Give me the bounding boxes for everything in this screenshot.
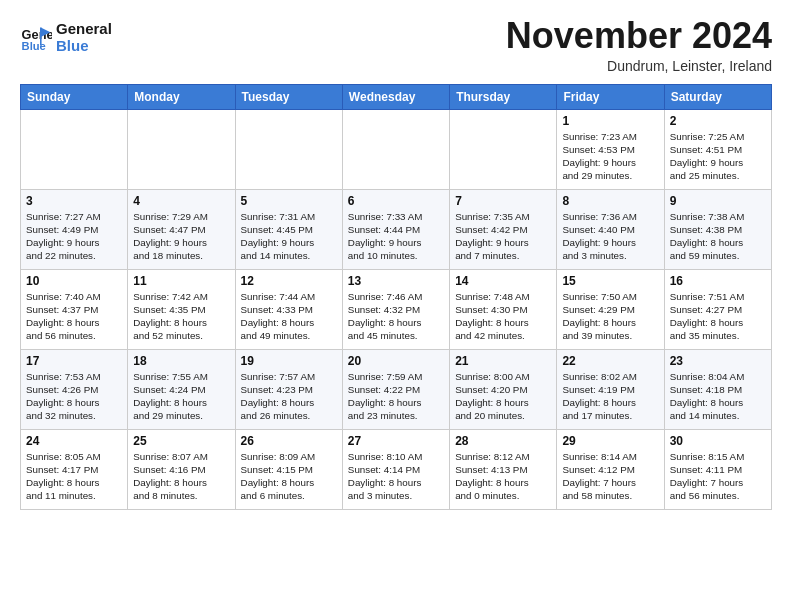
calendar-cell: 10Sunrise: 7:40 AM Sunset: 4:37 PM Dayli…	[21, 269, 128, 349]
day-info: Sunrise: 7:38 AM Sunset: 4:38 PM Dayligh…	[670, 210, 766, 263]
title-area: November 2024 Dundrum, Leinster, Ireland	[506, 16, 772, 74]
day-info: Sunrise: 7:36 AM Sunset: 4:40 PM Dayligh…	[562, 210, 658, 263]
day-number: 11	[133, 274, 229, 288]
calendar-cell	[128, 109, 235, 189]
day-number: 19	[241, 354, 337, 368]
day-info: Sunrise: 8:02 AM Sunset: 4:19 PM Dayligh…	[562, 370, 658, 423]
calendar-cell: 18Sunrise: 7:55 AM Sunset: 4:24 PM Dayli…	[128, 349, 235, 429]
weekday-header-saturday: Saturday	[664, 84, 771, 109]
calendar-cell: 30Sunrise: 8:15 AM Sunset: 4:11 PM Dayli…	[664, 429, 771, 509]
calendar-cell: 20Sunrise: 7:59 AM Sunset: 4:22 PM Dayli…	[342, 349, 449, 429]
day-info: Sunrise: 7:31 AM Sunset: 4:45 PM Dayligh…	[241, 210, 337, 263]
day-info: Sunrise: 7:55 AM Sunset: 4:24 PM Dayligh…	[133, 370, 229, 423]
day-info: Sunrise: 8:14 AM Sunset: 4:12 PM Dayligh…	[562, 450, 658, 503]
day-number: 3	[26, 194, 122, 208]
location: Dundrum, Leinster, Ireland	[506, 58, 772, 74]
calendar-cell	[342, 109, 449, 189]
day-number: 4	[133, 194, 229, 208]
calendar-cell: 23Sunrise: 8:04 AM Sunset: 4:18 PM Dayli…	[664, 349, 771, 429]
calendar-week-5: 24Sunrise: 8:05 AM Sunset: 4:17 PM Dayli…	[21, 429, 772, 509]
weekday-header-monday: Monday	[128, 84, 235, 109]
calendar-cell: 26Sunrise: 8:09 AM Sunset: 4:15 PM Dayli…	[235, 429, 342, 509]
calendar-cell: 13Sunrise: 7:46 AM Sunset: 4:32 PM Dayli…	[342, 269, 449, 349]
day-info: Sunrise: 8:12 AM Sunset: 4:13 PM Dayligh…	[455, 450, 551, 503]
day-info: Sunrise: 8:07 AM Sunset: 4:16 PM Dayligh…	[133, 450, 229, 503]
calendar-week-2: 3Sunrise: 7:27 AM Sunset: 4:49 PM Daylig…	[21, 189, 772, 269]
day-number: 9	[670, 194, 766, 208]
day-info: Sunrise: 8:09 AM Sunset: 4:15 PM Dayligh…	[241, 450, 337, 503]
day-info: Sunrise: 7:44 AM Sunset: 4:33 PM Dayligh…	[241, 290, 337, 343]
weekday-header-thursday: Thursday	[450, 84, 557, 109]
calendar-cell: 28Sunrise: 8:12 AM Sunset: 4:13 PM Dayli…	[450, 429, 557, 509]
logo-general: General	[56, 20, 112, 37]
day-info: Sunrise: 8:05 AM Sunset: 4:17 PM Dayligh…	[26, 450, 122, 503]
day-number: 13	[348, 274, 444, 288]
weekday-header-tuesday: Tuesday	[235, 84, 342, 109]
calendar-cell: 19Sunrise: 7:57 AM Sunset: 4:23 PM Dayli…	[235, 349, 342, 429]
day-number: 14	[455, 274, 551, 288]
calendar-cell	[450, 109, 557, 189]
calendar-cell: 16Sunrise: 7:51 AM Sunset: 4:27 PM Dayli…	[664, 269, 771, 349]
calendar-cell	[235, 109, 342, 189]
day-number: 23	[670, 354, 766, 368]
day-number: 2	[670, 114, 766, 128]
calendar-cell: 3Sunrise: 7:27 AM Sunset: 4:49 PM Daylig…	[21, 189, 128, 269]
day-info: Sunrise: 8:15 AM Sunset: 4:11 PM Dayligh…	[670, 450, 766, 503]
day-info: Sunrise: 7:40 AM Sunset: 4:37 PM Dayligh…	[26, 290, 122, 343]
day-info: Sunrise: 7:59 AM Sunset: 4:22 PM Dayligh…	[348, 370, 444, 423]
day-number: 16	[670, 274, 766, 288]
logo-blue: Blue	[56, 37, 89, 54]
calendar-cell: 7Sunrise: 7:35 AM Sunset: 4:42 PM Daylig…	[450, 189, 557, 269]
day-number: 15	[562, 274, 658, 288]
calendar-cell	[21, 109, 128, 189]
svg-text:Blue: Blue	[22, 40, 46, 52]
weekday-header-friday: Friday	[557, 84, 664, 109]
day-number: 24	[26, 434, 122, 448]
calendar-cell: 8Sunrise: 7:36 AM Sunset: 4:40 PM Daylig…	[557, 189, 664, 269]
day-info: Sunrise: 7:42 AM Sunset: 4:35 PM Dayligh…	[133, 290, 229, 343]
day-number: 6	[348, 194, 444, 208]
calendar-cell: 5Sunrise: 7:31 AM Sunset: 4:45 PM Daylig…	[235, 189, 342, 269]
calendar-cell: 1Sunrise: 7:23 AM Sunset: 4:53 PM Daylig…	[557, 109, 664, 189]
calendar-cell: 29Sunrise: 8:14 AM Sunset: 4:12 PM Dayli…	[557, 429, 664, 509]
day-info: Sunrise: 7:46 AM Sunset: 4:32 PM Dayligh…	[348, 290, 444, 343]
day-info: Sunrise: 7:27 AM Sunset: 4:49 PM Dayligh…	[26, 210, 122, 263]
day-info: Sunrise: 7:35 AM Sunset: 4:42 PM Dayligh…	[455, 210, 551, 263]
day-info: Sunrise: 8:10 AM Sunset: 4:14 PM Dayligh…	[348, 450, 444, 503]
calendar-cell: 12Sunrise: 7:44 AM Sunset: 4:33 PM Dayli…	[235, 269, 342, 349]
calendar: SundayMondayTuesdayWednesdayThursdayFrid…	[20, 84, 772, 510]
calendar-cell: 4Sunrise: 7:29 AM Sunset: 4:47 PM Daylig…	[128, 189, 235, 269]
day-info: Sunrise: 7:25 AM Sunset: 4:51 PM Dayligh…	[670, 130, 766, 183]
day-number: 1	[562, 114, 658, 128]
day-info: Sunrise: 8:04 AM Sunset: 4:18 PM Dayligh…	[670, 370, 766, 423]
header: General Blue General Blue November 2024 …	[20, 16, 772, 74]
day-number: 26	[241, 434, 337, 448]
calendar-cell: 2Sunrise: 7:25 AM Sunset: 4:51 PM Daylig…	[664, 109, 771, 189]
day-number: 12	[241, 274, 337, 288]
day-info: Sunrise: 7:33 AM Sunset: 4:44 PM Dayligh…	[348, 210, 444, 263]
day-number: 29	[562, 434, 658, 448]
calendar-week-4: 17Sunrise: 7:53 AM Sunset: 4:26 PM Dayli…	[21, 349, 772, 429]
calendar-cell: 6Sunrise: 7:33 AM Sunset: 4:44 PM Daylig…	[342, 189, 449, 269]
weekday-header-wednesday: Wednesday	[342, 84, 449, 109]
calendar-week-3: 10Sunrise: 7:40 AM Sunset: 4:37 PM Dayli…	[21, 269, 772, 349]
day-number: 27	[348, 434, 444, 448]
day-info: Sunrise: 7:51 AM Sunset: 4:27 PM Dayligh…	[670, 290, 766, 343]
day-info: Sunrise: 7:23 AM Sunset: 4:53 PM Dayligh…	[562, 130, 658, 183]
calendar-cell: 15Sunrise: 7:50 AM Sunset: 4:29 PM Dayli…	[557, 269, 664, 349]
day-number: 18	[133, 354, 229, 368]
calendar-cell: 22Sunrise: 8:02 AM Sunset: 4:19 PM Dayli…	[557, 349, 664, 429]
day-info: Sunrise: 7:57 AM Sunset: 4:23 PM Dayligh…	[241, 370, 337, 423]
day-info: Sunrise: 7:53 AM Sunset: 4:26 PM Dayligh…	[26, 370, 122, 423]
day-number: 5	[241, 194, 337, 208]
day-number: 17	[26, 354, 122, 368]
calendar-cell: 21Sunrise: 8:00 AM Sunset: 4:20 PM Dayli…	[450, 349, 557, 429]
calendar-cell: 27Sunrise: 8:10 AM Sunset: 4:14 PM Dayli…	[342, 429, 449, 509]
logo: General Blue General Blue	[20, 20, 112, 55]
day-number: 22	[562, 354, 658, 368]
day-number: 8	[562, 194, 658, 208]
day-number: 30	[670, 434, 766, 448]
calendar-cell: 25Sunrise: 8:07 AM Sunset: 4:16 PM Dayli…	[128, 429, 235, 509]
page: General Blue General Blue November 2024 …	[0, 0, 792, 520]
day-number: 10	[26, 274, 122, 288]
